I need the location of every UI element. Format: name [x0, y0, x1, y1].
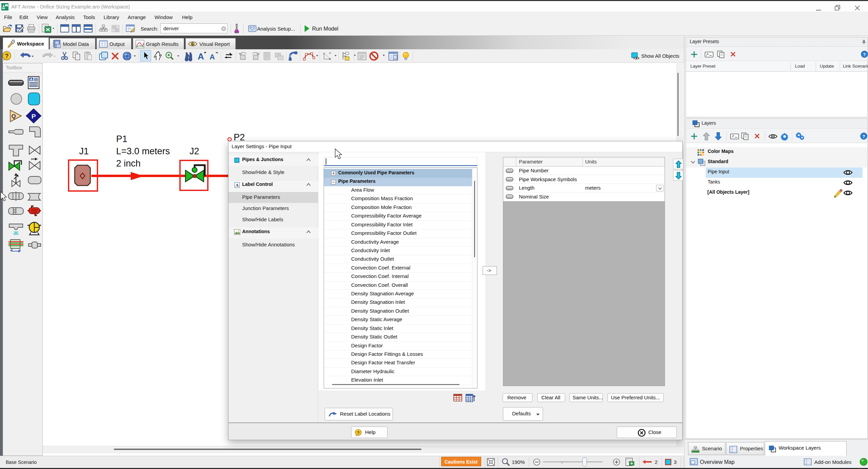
svg-text:A: A	[30, 77, 33, 82]
svg-text:Q: Q	[11, 113, 16, 120]
svg-text:A: A	[235, 183, 239, 188]
svg-text:P: P	[32, 113, 36, 120]
svg-text:?: ?	[5, 53, 9, 59]
svg-text:?: ?	[863, 52, 866, 57]
svg-text:?: ?	[357, 430, 360, 435]
svg-text:?: ?	[863, 134, 865, 139]
svg-text:A: A	[210, 53, 215, 61]
svg-text:A: A	[198, 51, 204, 62]
